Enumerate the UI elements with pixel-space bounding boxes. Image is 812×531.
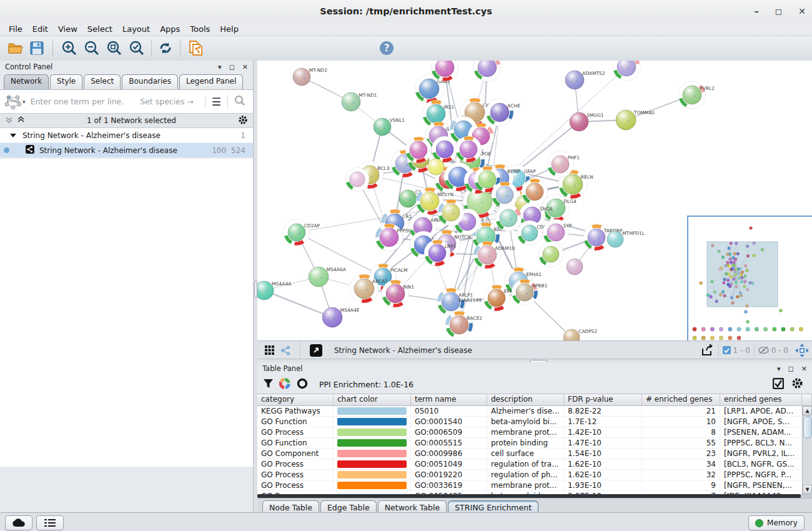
- menu-item-file[interactable]: File: [4, 23, 27, 35]
- zoom-out-button[interactable]: [82, 39, 101, 57]
- scrollbar-thumb[interactable]: [803, 416, 812, 439]
- network-collection-row[interactable]: String Network - Alzheimer's disease 1: [0, 128, 253, 143]
- network-node[interactable]: SMUG1: [570, 112, 604, 131]
- panel-float-icon[interactable]: ◻: [788, 365, 794, 373]
- tab-boundaries[interactable]: Boundaries: [122, 74, 178, 89]
- set-species-hint[interactable]: Set species →: [140, 97, 194, 106]
- network-node[interactable]: [522, 179, 548, 205]
- menu-item-view[interactable]: View: [53, 23, 82, 35]
- network-node[interactable]: [455, 136, 482, 162]
- ring-icon[interactable]: [297, 378, 308, 391]
- string-options-menu-icon[interactable]: ☰: [205, 96, 227, 108]
- table-vertical-scrollbar[interactable]: ▲ ▼: [802, 406, 812, 494]
- select-all-checkbox-icon[interactable]: [773, 378, 784, 391]
- column-header-enriched-genes[interactable]: enriched genes: [720, 394, 802, 405]
- network-node[interactable]: ADAM10: [473, 241, 515, 269]
- open-session-button[interactable]: [6, 39, 25, 57]
- tab-legend-panel[interactable]: Legend Panel: [179, 74, 243, 89]
- chart-donut-icon[interactable]: [279, 378, 290, 391]
- minimize-button[interactable]: –: [755, 6, 759, 16]
- column-header-fdr-p-value[interactable]: FDR p-value: [564, 394, 642, 405]
- network-node[interactable]: SYP: [543, 219, 572, 246]
- refresh-button[interactable]: [156, 39, 175, 57]
- column-header-term-name[interactable]: term name: [411, 394, 487, 405]
- table-row[interactable]: KEGG Pathways05010Alzheimer's dise...8.8…: [257, 406, 812, 417]
- menu-item-select[interactable]: Select: [82, 23, 117, 35]
- scroll-down-arrow[interactable]: ▼: [803, 485, 812, 494]
- tab-style[interactable]: Style: [50, 74, 82, 89]
- table-row[interactable]: GO ComponentGO:0009986cell surface1.54E-…: [257, 449, 812, 459]
- table-row[interactable]: GO ProcessGO:0051049regulation of tra...…: [257, 459, 812, 470]
- share-network-icon[interactable]: [277, 342, 294, 359]
- network-node[interactable]: APBB1: [512, 279, 548, 305]
- column-header--enriched-genes[interactable]: # enriched genes: [642, 394, 720, 405]
- zoom-selected-button[interactable]: [127, 39, 146, 57]
- network-node[interactable]: [495, 205, 522, 231]
- network-node[interactable]: [345, 167, 369, 191]
- network-node[interactable]: MT-ND2: [293, 67, 327, 86]
- network-node[interactable]: MS4A4E: [322, 307, 360, 327]
- menu-item-tools[interactable]: Tools: [185, 23, 215, 35]
- zoom-fit-button[interactable]: [105, 39, 124, 57]
- tree-expander-icon[interactable]: [10, 131, 16, 140]
- panel-close-icon[interactable]: ✕: [242, 63, 248, 71]
- column-header-description[interactable]: description: [487, 394, 564, 405]
- tab-select[interactable]: Select: [84, 74, 121, 89]
- menu-item-apps[interactable]: Apps: [155, 23, 185, 35]
- table-row[interactable]: GO ProcessGO:0006509membrane prot...1.42…: [257, 427, 812, 438]
- network-node[interactable]: MS4A6A: [309, 267, 347, 287]
- maximize-button[interactable]: ◻: [775, 6, 783, 16]
- birdseye-view[interactable]: [687, 216, 812, 340]
- table-row[interactable]: GO ProcessGO:0033619membrane prot...1.93…: [257, 480, 812, 491]
- gear-icon[interactable]: [238, 115, 248, 127]
- network-canvas[interactable]: MT-ND2MT-ND1VSNL1GAB2IRS1CHATACHEIL1BAPO…: [257, 61, 812, 340]
- grid-mode-icon[interactable]: [261, 342, 277, 359]
- menu-item-edit[interactable]: Edit: [27, 23, 53, 35]
- string-search-icon[interactable]: [227, 95, 249, 108]
- task-history-button[interactable]: [36, 515, 64, 530]
- panel-menu-icon[interactable]: ▾: [777, 365, 781, 373]
- scroll-up-arrow[interactable]: ▲: [803, 406, 812, 415]
- collapse-all-icon[interactable]: [5, 116, 13, 126]
- network-node[interactable]: MS4A4A: [257, 281, 292, 300]
- network-node[interactable]: [473, 61, 501, 81]
- scrollbar-thumb[interactable]: [257, 494, 801, 498]
- close-button[interactable]: ✕: [798, 6, 806, 16]
- network-node[interactable]: [428, 159, 444, 175]
- table-row[interactable]: GO ProcessGO:0019220regulation of ph...1…: [257, 470, 812, 480]
- open-in-browser-icon[interactable]: [300, 342, 325, 359]
- export-network-icon[interactable]: [697, 342, 718, 359]
- column-header-chart-color[interactable]: chart color: [334, 394, 411, 405]
- panel-close-icon[interactable]: ✕: [801, 365, 807, 373]
- filter-icon[interactable]: [264, 379, 273, 390]
- help-button[interactable]: ?: [377, 39, 396, 57]
- expand-all-icon[interactable]: [17, 116, 25, 126]
- string-query-placeholder[interactable]: Enter one term per line.: [31, 97, 124, 106]
- network-node[interactable]: [438, 199, 464, 226]
- panel-menu-icon[interactable]: ▾: [218, 63, 222, 71]
- cloud-status-button[interactable]: [5, 515, 32, 530]
- memory-button[interactable]: Memory: [748, 515, 805, 530]
- network-edge[interactable]: [264, 290, 332, 317]
- menu-item-help[interactable]: Help: [215, 23, 244, 35]
- network-node[interactable]: PVRL2: [678, 81, 715, 109]
- network-node[interactable]: [613, 61, 640, 81]
- network-node[interactable]: [567, 259, 583, 275]
- gear-icon[interactable]: [791, 377, 803, 391]
- network-node[interactable]: CADPS2: [563, 329, 598, 340]
- network-node[interactable]: BIN1: [382, 280, 414, 307]
- network-node[interactable]: MTHFD1L: [607, 231, 645, 247]
- string-logo[interactable]: STRING ▾: [4, 94, 26, 110]
- network-from-clipboard-button[interactable]: [186, 39, 205, 57]
- network-node[interactable]: [538, 242, 563, 267]
- network-node[interactable]: ACHE: [486, 99, 520, 126]
- table-row[interactable]: GO FunctionGO:0001540beta-amyloid bi...1…: [257, 417, 812, 427]
- panel-float-icon[interactable]: ◻: [229, 63, 235, 71]
- column-header-category[interactable]: category: [257, 394, 334, 405]
- pan-compass-icon[interactable]: [792, 342, 812, 359]
- menu-item-layout[interactable]: Layout: [117, 23, 155, 35]
- network-node[interactable]: [405, 137, 432, 163]
- tab-network[interactable]: Network: [4, 74, 49, 89]
- zoom-in-button[interactable]: [60, 39, 79, 57]
- table-row[interactable]: GO FunctionGO:0005515protein binding1.47…: [257, 438, 812, 449]
